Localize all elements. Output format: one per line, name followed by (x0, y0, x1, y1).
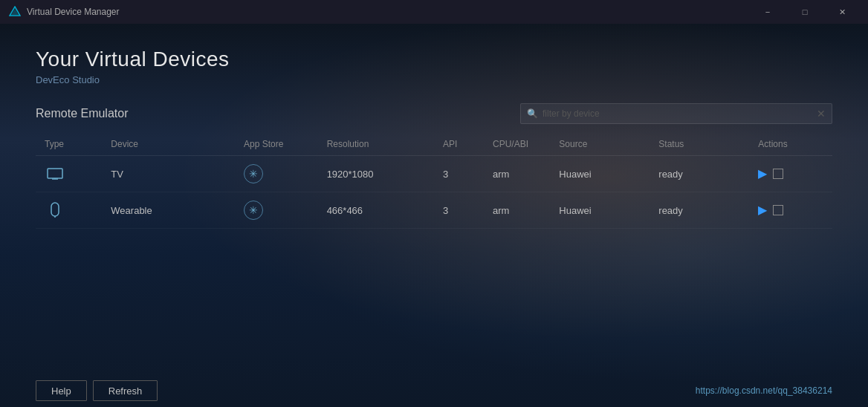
cell-device: Wearable (102, 192, 235, 229)
cell-api: 3 (434, 192, 484, 229)
cell-cpu: arm (484, 156, 550, 192)
col-header-api: API (434, 133, 484, 156)
page-title: Your Virtual Devices (36, 48, 832, 71)
page-subtitle: DevEco Studio (36, 74, 832, 85)
close-button[interactable]: ✕ (825, 0, 859, 24)
col-header-device: Device (102, 133, 235, 156)
search-icon: 🔍 (527, 108, 538, 119)
maximize-button[interactable]: □ (788, 0, 822, 24)
stop-button[interactable] (773, 169, 783, 179)
search-clear-icon[interactable]: ✕ (817, 108, 826, 119)
cell-source: Huawei (550, 192, 650, 229)
minimize-button[interactable]: − (751, 0, 785, 24)
svg-rect-5 (51, 203, 59, 216)
main-content: Your Virtual Devices DevEco Studio Remot… (0, 24, 868, 407)
play-button[interactable]: ▶ (758, 204, 767, 216)
window-title: Virtual Device Manager (27, 7, 745, 17)
cell-type (36, 192, 102, 229)
play-button[interactable]: ▶ (758, 168, 767, 180)
col-header-source: Source (550, 133, 650, 156)
stop-button[interactable] (773, 205, 783, 215)
section-header: Remote Emulator 🔍 ✕ (36, 103, 832, 124)
section-title: Remote Emulator (36, 107, 129, 120)
table-row: Wearable ✳ 466*466 3 arm Huawei ready ▶ (36, 192, 832, 229)
cell-resolution: 466*466 (318, 192, 434, 229)
type-icon (45, 163, 65, 184)
col-header-status: Status (650, 133, 749, 156)
cell-appstore: ✳ (235, 156, 318, 192)
cell-device: TV (102, 156, 235, 192)
refresh-button[interactable]: Refresh (93, 380, 158, 401)
footer-buttons: Help Refresh (36, 380, 696, 401)
table-header-row: Type Device App Store Resolution API CPU… (36, 133, 832, 156)
col-header-type: Type (36, 133, 102, 156)
cell-source: Huawei (550, 156, 650, 192)
col-header-actions: Actions (749, 133, 832, 156)
cell-status: ready (650, 156, 749, 192)
help-button[interactable]: Help (36, 380, 87, 401)
cell-resolution: 1920*1080 (318, 156, 434, 192)
type-icon (45, 200, 65, 221)
cell-actions: ▶ (749, 156, 832, 192)
col-header-appstore: App Store (235, 133, 318, 156)
cell-appstore: ✳ (235, 192, 318, 229)
app-logo (9, 6, 21, 18)
cell-actions: ▶ (749, 192, 832, 229)
col-header-cpu: CPU/ABI (484, 133, 550, 156)
device-table: Type Device App Store Resolution API CPU… (36, 133, 832, 229)
table-row: TV ✳ 1920*1080 3 arm Huawei ready ▶ (36, 156, 832, 192)
titlebar: Virtual Device Manager − □ ✕ (0, 0, 868, 24)
search-box[interactable]: 🔍 ✕ (520, 103, 832, 124)
window-controls: − □ ✕ (751, 0, 859, 24)
footer: Help Refresh https://blog.csdn.net/qq_38… (0, 374, 868, 407)
search-input[interactable] (542, 108, 812, 119)
cell-cpu: arm (484, 192, 550, 229)
cell-status: ready (650, 192, 749, 229)
cell-type (36, 156, 102, 192)
cell-api: 3 (434, 156, 484, 192)
svg-rect-2 (48, 169, 62, 178)
col-header-resolution: Resolution (318, 133, 434, 156)
footer-link[interactable]: https://blog.csdn.net/qq_38436214 (696, 385, 832, 396)
